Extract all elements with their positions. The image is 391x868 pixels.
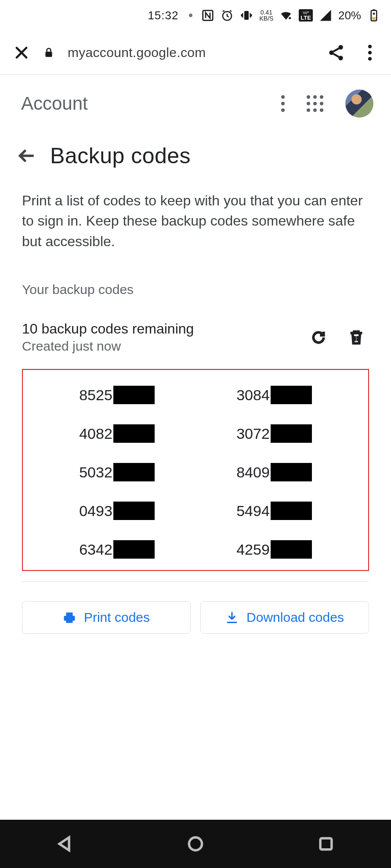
download-codes-label: Download codes [246, 610, 344, 625]
volte-indicator: VoᴺLTE [299, 9, 313, 22]
wifi-icon [279, 9, 293, 22]
backup-code: 3072 [198, 424, 351, 443]
redaction-block [113, 463, 155, 481]
codes-actions: Print codes Download codes [0, 582, 391, 634]
svg-point-11 [189, 837, 202, 850]
backup-code: 0493 [40, 502, 193, 520]
refresh-icon [310, 329, 327, 346]
redaction-block [271, 540, 312, 559]
trash-icon [348, 329, 365, 346]
network-speed-value: 0.41 [261, 9, 272, 15]
svg-rect-5 [373, 9, 375, 11]
android-nav-bar [0, 820, 391, 868]
svg-point-10 [338, 56, 343, 61]
print-codes-label: Print codes [84, 610, 150, 625]
account-app-header: Account [0, 75, 391, 128]
nav-back-icon[interactable] [55, 834, 75, 854]
regenerate-codes-button[interactable] [308, 326, 329, 348]
network-speed-unit: KB/S [259, 15, 273, 22]
network-speed-indicator: 0.41 KB/S [259, 9, 273, 22]
svg-rect-12 [320, 838, 332, 850]
codes-created: Created just now [22, 339, 292, 354]
avatar[interactable] [345, 90, 373, 118]
redaction-block [271, 424, 312, 443]
codes-status-row: 10 backup codes remaining Created just n… [0, 297, 391, 367]
redaction-block [113, 386, 155, 404]
page-title-row: Backup codes [0, 128, 391, 177]
redaction-block [271, 386, 312, 404]
vibrate-icon [240, 9, 253, 22]
backup-code: 8409 [198, 463, 351, 481]
redaction-block [113, 540, 155, 559]
svg-rect-6 [372, 17, 376, 20]
page-host[interactable]: myaccount.google.com [68, 45, 314, 60]
nav-home-icon[interactable] [186, 834, 205, 854]
svg-rect-2 [244, 11, 249, 20]
nfc-icon [201, 9, 214, 22]
svg-point-8 [329, 50, 334, 55]
status-separator-dot [189, 14, 192, 17]
print-icon [63, 611, 76, 624]
print-codes-button[interactable]: Print codes [22, 601, 191, 634]
browser-overflow-menu[interactable] [368, 45, 372, 61]
codes-remaining: 10 backup codes remaining [22, 321, 292, 337]
backup-code: 5032 [40, 463, 193, 481]
alarm-icon [221, 9, 234, 22]
battery-percentage: 20% [338, 9, 361, 22]
browser-url-bar: myaccount.google.com [0, 31, 391, 75]
svg-rect-7 [45, 51, 52, 57]
svg-point-3 [289, 17, 291, 19]
backup-code: 8525 [40, 386, 193, 404]
backup-code: 4082 [40, 424, 193, 443]
backup-code: 6342 [40, 540, 193, 559]
battery-charging-icon [367, 9, 380, 22]
delete-codes-button[interactable] [345, 326, 367, 348]
android-status-bar: 15:32 0.41 KB/S VoᴺLTE 20% [0, 0, 391, 31]
status-time: 15:32 [148, 9, 178, 22]
download-icon [225, 611, 239, 624]
header-overflow-menu[interactable] [281, 95, 285, 112]
redaction-block [113, 424, 155, 443]
redaction-block [271, 502, 312, 520]
page-description: Print a list of codes to keep with you t… [0, 177, 391, 251]
share-icon[interactable] [327, 43, 345, 62]
download-codes-button[interactable]: Download codes [200, 601, 369, 634]
section-label: Your backup codes [0, 251, 391, 297]
app-title: Account [21, 93, 273, 114]
lock-icon [43, 47, 54, 58]
cellular-signal-icon [319, 9, 332, 22]
backup-code: 3084 [198, 386, 351, 404]
nav-recent-icon[interactable] [316, 834, 336, 854]
svg-point-9 [338, 45, 343, 50]
apps-grid-icon[interactable] [307, 95, 323, 112]
redaction-block [271, 463, 312, 481]
backup-codes-box: 8525 3084 4082 3072 5032 8409 0493 5494 … [22, 369, 369, 571]
page-title: Backup codes [50, 143, 191, 169]
backup-codes-grid: 8525 3084 4082 3072 5032 8409 0493 5494 … [40, 386, 351, 559]
backup-code: 5494 [198, 502, 351, 520]
back-arrow-icon[interactable] [18, 146, 37, 165]
redaction-block [113, 502, 155, 520]
close-icon[interactable] [13, 44, 30, 61]
backup-code: 4259 [198, 540, 351, 559]
